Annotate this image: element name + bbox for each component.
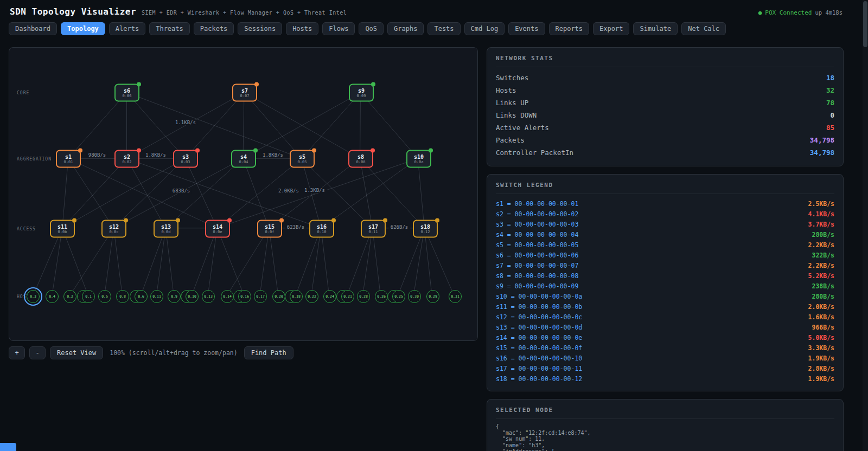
switch-status-dot-icon <box>254 82 259 87</box>
switch-legend-panel: SWITCH LEGEND s1 = 00-00-00-00-00-012.5K… <box>487 174 844 391</box>
host-node-0-21[interactable]: 0.21 <box>341 290 354 303</box>
tab-graphs[interactable]: Graphs <box>387 22 424 35</box>
tab-simulate[interactable]: Simulate <box>633 22 678 35</box>
switch-node-s8[interactable]: s80-08 <box>348 150 373 168</box>
switch-status-dot-icon <box>137 149 141 153</box>
tab-events[interactable]: Events <box>508 22 545 35</box>
host-node-0-17[interactable]: 0.17 <box>254 290 267 303</box>
switch-node-s10[interactable]: s100-0a <box>406 150 431 168</box>
tab-topology[interactable]: Topology <box>61 22 105 35</box>
host-node-0-14[interactable]: 0.14 <box>221 290 234 303</box>
host-node-0-24[interactable]: 0.24 <box>323 290 336 303</box>
host-label: 0.11 <box>152 294 161 299</box>
switch-status-dot-icon <box>78 149 82 153</box>
legend-row: s17 = 00-00-00-00-00-112.8KB/s <box>496 363 834 373</box>
switch-node-s11[interactable]: s110-0b <box>50 220 75 238</box>
switch-node-s2[interactable]: s20-02 <box>114 150 139 168</box>
switch-name: s18 <box>420 223 430 229</box>
network-stats-panel: NETWORK STATS Switches18Hosts32Links UP7… <box>487 47 844 166</box>
host-node-0-18[interactable]: 0.18 <box>290 290 303 303</box>
host-node-0-1[interactable]: 0.1 <box>82 290 95 303</box>
switch-name: s16 <box>317 223 327 229</box>
uptime-text: up 4m18s <box>815 9 843 16</box>
stat-value: 34,798 <box>810 136 834 144</box>
switch-node-s7[interactable]: s70-07 <box>232 84 257 102</box>
legend-switch-entry: s1 = 00-00-00-00-00-01 <box>496 200 578 208</box>
tab-packets[interactable]: Packets <box>194 22 234 35</box>
zoom-in-button[interactable]: + <box>9 346 25 359</box>
host-label: 0.1 <box>85 294 92 299</box>
host-node-0-13[interactable]: 0.13 <box>202 290 215 303</box>
host-node-0-30[interactable]: 0.30 <box>408 290 421 303</box>
switch-status-dot-icon <box>72 218 76 223</box>
host-node-0-31[interactable]: 0.31 <box>449 290 462 303</box>
host-node-0-29[interactable]: 0.29 <box>426 290 439 303</box>
scrollbar-thumb[interactable] <box>863 1 867 47</box>
reset-view-button[interactable]: Reset View <box>50 346 103 359</box>
tab-alerts[interactable]: Alerts <box>109 22 145 35</box>
network-stats-title: NETWORK STATS <box>496 55 834 67</box>
host-node-0-3[interactable]: 0.3 <box>27 290 40 303</box>
stat-value: 0 <box>830 111 834 119</box>
switch-name: s17 <box>368 223 378 229</box>
tab-qos[interactable]: QoS <box>359 22 384 35</box>
host-node-0-8[interactable]: 0.8 <box>116 290 129 303</box>
switch-name: s1 <box>65 153 72 159</box>
switch-node-s1[interactable]: s10-01 <box>56 150 81 168</box>
switch-name: s15 <box>265 223 275 229</box>
tab-tests[interactable]: Tests <box>427 22 460 35</box>
host-label: 0.3 <box>30 294 36 299</box>
tab-hosts[interactable]: Hosts <box>286 22 318 35</box>
legend-row: s16 = 00-00-00-00-00-101.9KB/s <box>496 353 834 363</box>
switch-dpid: 0-07 <box>240 93 250 98</box>
switch-node-s17[interactable]: s170-11 <box>361 220 386 238</box>
switch-node-s5[interactable]: s50-05 <box>290 150 315 168</box>
switch-node-s3[interactable]: s30-03 <box>173 150 198 168</box>
scrollbar[interactable] <box>863 0 868 451</box>
host-node-0-22[interactable]: 0.22 <box>305 290 318 303</box>
tab-flows[interactable]: Flows <box>322 22 355 35</box>
legend-row: s8 = 00-00-00-00-00-085.2KB/s <box>496 270 834 281</box>
host-node-0-16[interactable]: 0.16 <box>238 290 251 303</box>
link-rate-label: 1.3KB/s <box>303 188 327 193</box>
host-node-0-10[interactable]: 0.10 <box>186 290 199 303</box>
tab-threats[interactable]: Threats <box>149 22 190 35</box>
host-node-0-4[interactable]: 0.4 <box>46 290 59 303</box>
stat-label: Switches <box>496 74 528 82</box>
switch-node-s13[interactable]: s130-0d <box>154 220 178 238</box>
switch-node-s4[interactable]: s40-04 <box>231 150 256 168</box>
legend-row: s5 = 00-00-00-00-00-052.2KB/s <box>496 240 834 250</box>
tab-sessions[interactable]: Sessions <box>238 22 282 35</box>
switch-node-s12[interactable]: s120-0c <box>101 220 126 238</box>
stat-label: Links DOWN <box>496 111 537 119</box>
topology-canvas[interactable]: COREAGGREGATIONACCESSHOSTS1.1KB/s980B/s1… <box>9 47 478 341</box>
host-node-0-9[interactable]: 0.9 <box>168 290 181 303</box>
tab-cmd-log[interactable]: Cmd Log <box>464 22 505 35</box>
switch-dpid: 0-01 <box>64 159 73 164</box>
host-node-0-28[interactable]: 0.28 <box>357 290 370 303</box>
host-label: 0.28 <box>359 294 368 299</box>
tab-dashboard[interactable]: Dashboard <box>9 22 57 35</box>
switch-node-s14[interactable]: s140-0e <box>205 220 230 238</box>
switch-node-s9[interactable]: s90-09 <box>349 84 374 102</box>
tab-reports[interactable]: Reports <box>549 22 590 35</box>
zoom-level-text: 100% (scroll/alt+drag to zoom/pan) <box>110 349 237 357</box>
tab-net-calc[interactable]: Net Calc <box>681 22 726 35</box>
legend-row: s14 = 00-00-00-00-00-0e5.0KB/s <box>496 332 834 343</box>
switch-node-s18[interactable]: s180-12 <box>413 220 438 238</box>
switch-dpid: 0-0e <box>213 229 222 234</box>
host-node-0-26[interactable]: 0.26 <box>375 290 388 303</box>
host-node-0-20[interactable]: 0.20 <box>272 290 285 303</box>
tab-export[interactable]: Export <box>593 22 629 35</box>
link-rate-label: 2.0KB/s <box>277 188 301 194</box>
find-path-button[interactable]: Find Path <box>244 346 293 359</box>
host-node-0-2[interactable]: 0.2 <box>63 290 76 303</box>
host-node-0-6[interactable]: 0.6 <box>135 290 148 303</box>
host-node-0-5[interactable]: 0.5 <box>98 290 111 303</box>
host-node-0-11[interactable]: 0.11 <box>150 290 163 303</box>
zoom-out-button[interactable]: - <box>29 346 46 359</box>
switch-node-s16[interactable]: s160-10 <box>309 220 334 238</box>
switch-node-s6[interactable]: s60-06 <box>114 84 139 102</box>
switch-node-s15[interactable]: s150-0f <box>257 220 282 238</box>
host-node-0-25[interactable]: 0.25 <box>392 290 405 303</box>
